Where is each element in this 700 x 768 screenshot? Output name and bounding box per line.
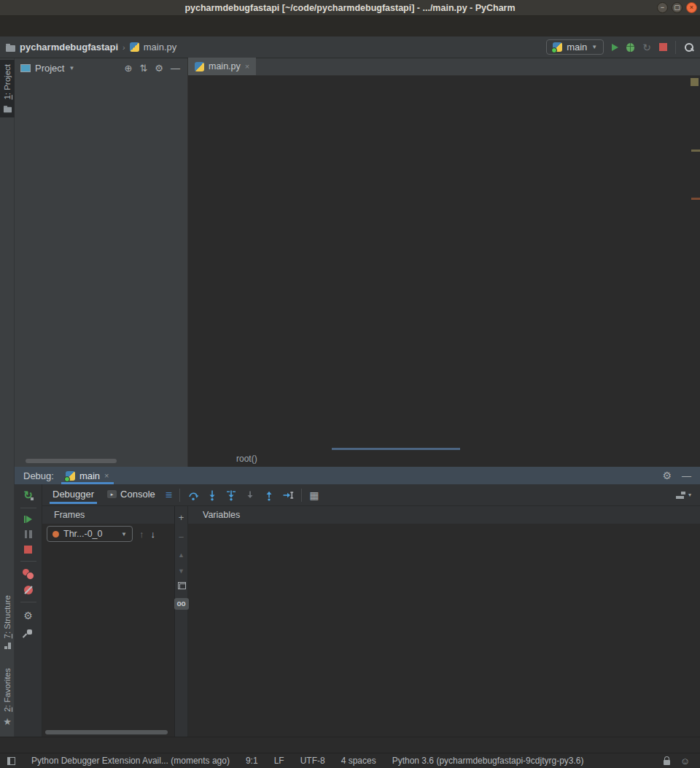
settings-gear-icon[interactable]: ⚙ (153, 63, 165, 74)
scrollbar-error-stripe-marker (691, 78, 699, 86)
caret-position[interactable]: 9:1 (246, 756, 258, 766)
stop-icon[interactable] (24, 546, 32, 554)
lock-icon[interactable] (664, 760, 670, 765)
move-up-icon[interactable]: ▲ (178, 551, 184, 559)
force-step-into-icon[interactable] (225, 489, 237, 501)
search-everywhere-icon[interactable] (684, 42, 694, 53)
code-editor[interactable] (188, 76, 700, 451)
tool-window-toggle-icon[interactable] (7, 757, 15, 765)
file-encoding[interactable]: UTF-8 (300, 756, 325, 766)
restore-layout-icon[interactable] (676, 492, 685, 499)
frames-header: Frames (42, 506, 174, 524)
horizontal-scrollbar[interactable] (26, 459, 117, 463)
breadcrumb-file[interactable]: main.py (144, 42, 177, 53)
layout-options-icon[interactable]: ≡ (166, 489, 172, 502)
variables-panel: Variables (188, 506, 700, 737)
step-into-icon[interactable] (206, 489, 218, 501)
editor-breadcrumb[interactable]: root() (188, 451, 700, 467)
stop-button[interactable] (659, 43, 667, 51)
debug-button[interactable] (626, 43, 634, 52)
hide-panel-icon[interactable]: — (169, 63, 182, 74)
indent-style[interactable]: 4 spaces (341, 756, 376, 766)
menu-bar (0, 16, 700, 36)
warning-stripe-marker (691, 150, 700, 152)
thread-status-icon (52, 531, 59, 538)
project-tree (15, 77, 187, 80)
debug-settings-gear-icon[interactable]: ⚙ (23, 610, 33, 621)
highlighting-level-icon[interactable]: ☺ (680, 756, 690, 767)
maximize-button[interactable]: ▢ (672, 2, 682, 13)
editor-horizontal-scrollbar[interactable] (332, 448, 460, 450)
debugger-toolbar: Debugger ▸ Console ≡ (42, 484, 700, 506)
thread-selector[interactable]: Thr...-0_0 ▼ (47, 526, 133, 542)
view-breakpoints-icon[interactable] (23, 569, 34, 578)
collapse-all-icon[interactable]: ⇅ (138, 63, 149, 74)
previous-frame-icon[interactable]: ↑ (139, 529, 144, 540)
python-file-icon (130, 42, 139, 52)
close-tab-icon[interactable]: × (245, 62, 249, 71)
close-session-icon[interactable]: × (104, 471, 109, 480)
step-over-icon[interactable] (187, 489, 199, 501)
chevron-down-icon: ▼ (121, 531, 127, 538)
settings-gear-icon[interactable]: ⚙ (662, 470, 672, 481)
debug-header: Debug: main × ⚙ — (15, 467, 700, 484)
move-down-icon[interactable]: ▼ (178, 567, 184, 575)
run-with-coverage-icon[interactable]: ↻ (642, 42, 651, 53)
editor-tab-main-py[interactable]: main.py × (188, 58, 256, 75)
smart-step-into-icon[interactable] (244, 489, 256, 501)
debug-session-tab[interactable]: main × (61, 467, 114, 484)
next-frame-icon[interactable]: ↓ (151, 529, 156, 540)
debug-left-toolbar: ↻ ⚙ (15, 484, 42, 737)
horizontal-scrollbar[interactable] (45, 730, 168, 734)
step-out-icon[interactable] (263, 489, 275, 501)
resume-program-icon[interactable] (24, 516, 32, 523)
debug-title: Debug: (23, 470, 54, 481)
remove-watch-icon[interactable]: − (179, 532, 184, 543)
sidebar-tab-favorites[interactable]: 2: Favorites ★ (0, 664, 15, 732)
run-to-cursor-icon[interactable] (282, 489, 294, 501)
pause-program-icon[interactable] (25, 530, 32, 538)
folder-icon (6, 45, 15, 52)
show-watches-icon[interactable]: oo (174, 598, 189, 610)
status-message[interactable]: Python Debugger Extension Avail... (mome… (31, 756, 230, 766)
chevron-down-icon: ▼ (69, 65, 74, 71)
chevron-down-icon: ▾ (688, 492, 691, 498)
tool-window-stripe: 1: Project 7: Structure 2: Favorites ★ (0, 58, 15, 737)
breadcrumb-project[interactable]: pycharmdebugfastapi (20, 42, 118, 53)
run-button[interactable] (612, 44, 618, 51)
sidebar-tab-project[interactable]: 1: Project (0, 60, 15, 117)
locate-file-icon[interactable]: ⊕ (123, 63, 134, 74)
star-icon: ★ (3, 716, 12, 727)
line-separator[interactable]: LF (274, 756, 284, 766)
breadcrumb-separator: › (122, 43, 125, 52)
tab-debugger[interactable]: Debugger (50, 487, 97, 503)
python-interpreter[interactable]: Python 3.6 (pycharmdebugfastapi-9cdjtyrg… (392, 756, 584, 766)
rerun-icon[interactable]: ↻ (23, 490, 33, 500)
python-file-icon (195, 62, 204, 71)
run-config-name: main (567, 42, 587, 53)
folder-icon (3, 106, 11, 112)
project-view-title[interactable]: Project (35, 63, 64, 74)
python-run-config-icon (553, 42, 562, 52)
frames-panel: Frames Thr...-0_0 ▼ ↑ ↓ (42, 506, 175, 737)
chevron-down-icon: ▼ (591, 44, 597, 50)
project-tool-window: Project ▼ ⊕ ⇅ ⚙ — (15, 58, 188, 467)
navigation-bar: pycharmdebugfastapi › main.py main ▼ ↻ (0, 36, 700, 58)
window-title: pycharmdebugfastapi [~/code/pycharmdebug… (184, 3, 515, 13)
hide-panel-icon[interactable]: — (682, 470, 691, 481)
add-watch-icon[interactable]: + (179, 512, 184, 523)
sidebar-tab-structure[interactable]: 7: Structure (0, 591, 15, 653)
structure-icon (4, 643, 11, 649)
python-run-config-icon (66, 471, 75, 481)
pin-tab-icon[interactable] (23, 629, 33, 638)
editor-tab-bar: main.py × (188, 58, 700, 76)
status-bar: Python Debugger Extension Avail... (mome… (0, 753, 700, 768)
duplicate-watch-icon[interactable] (179, 583, 186, 589)
debug-tool-window: Debug: main × ⚙ — ↻ (15, 467, 700, 737)
close-button[interactable]: × (686, 2, 697, 13)
tab-console[interactable]: ▸ Console (104, 487, 158, 503)
evaluate-expression-icon[interactable]: ▦ (309, 489, 319, 501)
mute-breakpoints-icon[interactable] (24, 586, 33, 594)
minimize-button[interactable]: − (657, 2, 668, 13)
run-configuration-select[interactable]: main ▼ (546, 39, 604, 55)
